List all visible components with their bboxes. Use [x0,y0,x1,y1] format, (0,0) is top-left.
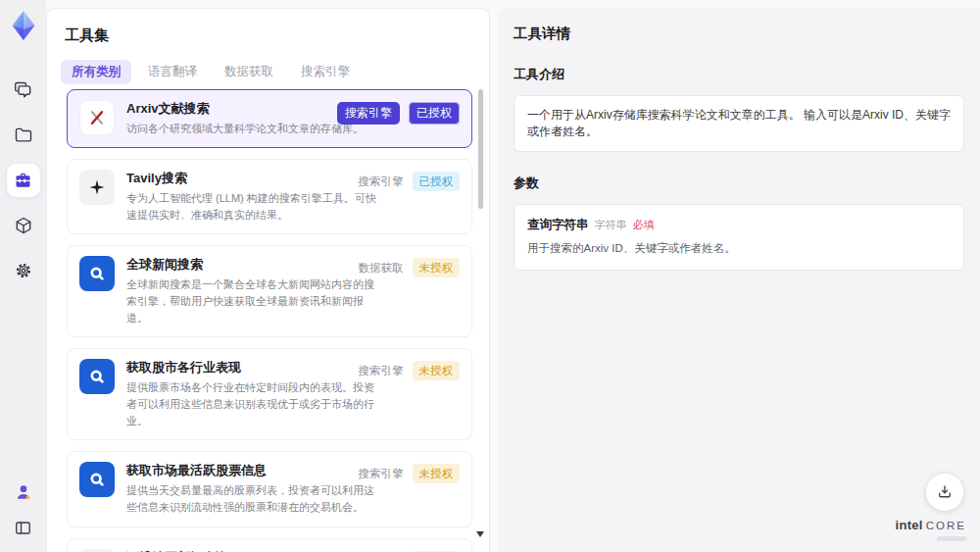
tool-description: 提供股票市场各个行业在特定时间段内的表现。投资者可以利用这些信息来识别表现优于或… [126,379,377,429]
param-description: 用于搜索的Arxiv ID、关键字或作者姓名。 [527,241,951,256]
stock-search-icon [79,462,115,497]
tool-list: Arxiv文献搜索 访问各个研究领域大量科学论文和文章的存储库。 搜索引擎 已授… [67,89,472,552]
tavily-star-icon [79,170,115,205]
status-badge: 已授权 [413,172,461,191]
detail-title: 工具详情 [514,25,964,43]
tool-description: 专为人工智能代理 (LLM) 构建的搜索引擎工具。可快速提供实时、准确和真实的结… [126,190,377,224]
tool-intro-box: 一个用于从Arxiv存储库搜索科学论文和文章的工具。 输入可以是Arxiv ID… [514,95,964,152]
market-search-icon [79,359,115,394]
params-heading: 参数 [514,175,964,192]
param-name: 查询字符串 [527,217,589,233]
tool-description: 全球新闻搜索是一个聚合全球各大新闻网站内容的搜索引擎，帮助用户快速获取全球最新资… [126,276,377,326]
newspaper-icon [79,549,115,552]
parameter-box: 查询字符串 字符串 必填 用于搜索的Arxiv ID、关键字或作者姓名。 [514,204,964,271]
rail-bottom [13,481,34,538]
intro-heading: 工具介绍 [514,66,964,83]
panel-toggle-icon [14,519,32,537]
status-badge: 未授权 [413,464,461,483]
tab-search-engine[interactable]: 搜索引擎 [290,60,361,84]
sidebar-item-settings[interactable] [13,260,34,281]
download-icon [936,483,954,501]
tool-name: Tavily搜索 [126,170,377,187]
status-badge: 未授权 [413,258,461,277]
sidebar-item-tools[interactable] [7,164,40,197]
category-label: 搜索引擎 [359,364,404,378]
intel-wordmark: intel [896,518,923,532]
status-badge: 未授权 [413,361,461,380]
tool-name: 全球新闻搜索 [126,256,377,274]
tab-all-categories[interactable]: 所有类别 [61,60,131,84]
tool-name: 获取股市各行业表现 [126,359,377,376]
intel-logo-subtext [937,536,966,541]
download-button[interactable] [926,474,963,511]
gear-icon [14,261,33,280]
tab-language-translation[interactable]: 语言翻译 [137,60,208,84]
tool-name: 获取市场最活跃股票信息 [126,462,377,479]
tool-card-active-stocks[interactable]: 获取市场最活跃股票信息 提供当天交易量最高的股票列表，投资者可以利用这些信息来识… [67,451,472,527]
category-label: 搜索引擎 [359,175,404,189]
sidebar-item-packages[interactable] [13,215,34,236]
sidebar-item-files[interactable] [13,125,34,146]
tool-name: 万维地区新闻查询 [126,549,377,552]
tool-card-arxiv[interactable]: Arxiv文献搜索 访问各个研究领域大量科学论文和文章的存储库。 搜索引擎 已授… [67,89,472,148]
page-title: 工具集 [47,9,489,45]
tab-data-fetch[interactable]: 数据获取 [214,60,284,84]
tool-card-sector-performance[interactable]: 获取股市各行业表现 提供股票市场各个行业在特定时间段内的表现。投资者可以利用这些… [67,348,472,440]
param-type: 字符串 [595,218,627,232]
category-label: 搜索引擎 [359,467,404,481]
package-icon [14,216,33,235]
rail-nav [7,79,40,281]
folder-icon [14,125,33,145]
category-label: 数据获取 [359,261,404,276]
arxiv-icon [79,100,115,135]
sidebar-item-chat[interactable] [13,79,34,101]
status-badge: 已授权 [409,102,460,125]
tool-card-global-news[interactable]: 全球新闻搜索 全球新闻搜索是一个聚合全球各大新闻网站内容的搜索引擎，帮助用户快速… [67,245,472,337]
chat-icon [14,80,33,100]
sidebar-item-account[interactable] [13,481,34,503]
left-rail [0,0,46,552]
user-avatar-icon [14,482,33,502]
category-tabs: 所有类别 语言翻译 数据获取 搜索引擎 [61,60,489,84]
news-search-icon [79,256,115,291]
sidebar-item-collapse[interactable] [13,517,34,538]
tools-panel: 工具集 所有类别 语言翻译 数据获取 搜索引擎 Arxiv文献搜索 访问各个研究… [46,8,490,552]
intel-core-logo: intelcore [896,516,966,541]
scrollbar-thumb[interactable] [478,89,483,209]
tool-card-tavily[interactable]: Tavily搜索 专为人工智能代理 (LLM) 构建的搜索引擎工具。可快速提供实… [67,159,472,234]
scroll-down-arrow[interactable] [476,531,484,537]
category-badge: 搜索引擎 [337,102,400,125]
app-logo[interactable] [7,9,40,42]
toolbox-icon [13,171,33,191]
tool-detail-panel: 工具详情 工具介绍 一个用于从Arxiv存储库搜索科学论文和文章的工具。 输入可… [498,8,980,552]
tool-card-regional-news[interactable]: 万维地区新闻查询 查询具体行政区划内的新闻，快速了解各地新闻动 搜索引擎 未授权 [67,538,472,552]
tool-description: 提供当天交易量最高的股票列表，投资者可以利用这些信息来识别流动性强的股票和潜在的… [126,482,377,516]
param-required-badge: 必填 [633,218,655,232]
core-wordmark: core [926,520,966,531]
